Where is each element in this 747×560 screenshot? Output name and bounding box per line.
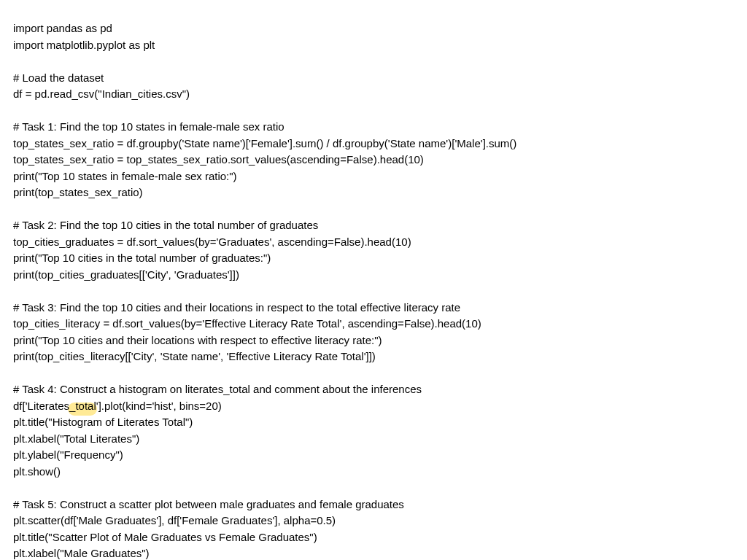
code-line: [13, 201, 747, 218]
code-line: # Task 4: Construct a histogram on liter…: [13, 381, 747, 398]
code-line: top_cities_graduates = df.sort_values(by…: [13, 234, 747, 251]
code-line: [13, 365, 747, 382]
code-line: plt.xlabel("Total Literates"): [13, 431, 747, 448]
code-line: # Task 1: Find the top 10 states in fema…: [13, 119, 747, 136]
code-line: # Load the dataset: [13, 70, 747, 87]
code-line: df = pd.read_csv("Indian_cities.csv"): [13, 86, 747, 103]
code-line: plt.scatter(df['Male Graduates'], df['Fe…: [13, 513, 747, 529]
code-line: print("Top 10 cities in the total number…: [13, 250, 747, 267]
code-line: [13, 480, 747, 497]
code-line: [13, 53, 747, 70]
code-line: # Task 2: Find the top 10 cities in the …: [13, 217, 747, 234]
code-line: plt.xlabel("Male Graduates"): [13, 545, 747, 560]
code-line: top_states_sex_ratio = df.groupby('State…: [13, 136, 747, 152]
code-line: import matplotlib.pyplot as plt: [13, 37, 747, 54]
code-line: plt.show(): [13, 464, 747, 481]
cursor-highlight: _tota: [69, 400, 93, 412]
code-line: print("Top 10 cities and their locations…: [13, 332, 747, 349]
code-block: import pandas as pdimport matplotlib.pyp…: [13, 20, 747, 560]
code-line: import pandas as pd: [13, 20, 747, 37]
code-line: plt.title("Histogram of Literates Total"…: [13, 414, 747, 431]
code-line: [13, 283, 747, 300]
code-line: # Task 5: Construct a scatter plot betwe…: [13, 497, 747, 513]
code-line: top_states_sex_ratio = top_states_sex_ra…: [13, 152, 747, 168]
code-line: plt.ylabel("Frequency"): [13, 447, 747, 464]
code-line: print(top_cities_literacy[['City', 'Stat…: [13, 349, 747, 365]
code-line: print(top_cities_graduates[['City', 'Gra…: [13, 267, 747, 284]
code-line: [13, 103, 747, 120]
code-line: plt.title("Scatter Plot of Male Graduate…: [13, 529, 747, 546]
code-line: df['Literates_total'].plot(kind='hist', …: [13, 398, 747, 415]
code-line: # Task 3: Find the top 10 cities and the…: [13, 300, 747, 316]
code-line: top_cities_literacy = df.sort_values(by=…: [13, 316, 747, 332]
code-line: print(top_states_sex_ratio): [13, 184, 747, 201]
code-line: print("Top 10 states in female-male sex …: [13, 168, 747, 185]
